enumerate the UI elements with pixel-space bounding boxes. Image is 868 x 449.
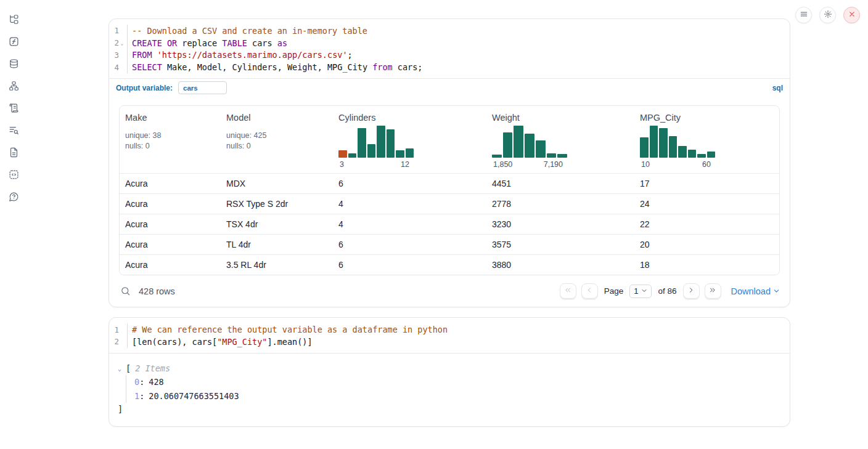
column-header-cylinders[interactable]: Cylinders312 — [333, 113, 486, 169]
line-number: 4 — [114, 63, 119, 72]
code-square-icon[interactable] — [9, 169, 19, 180]
table-cell: Acura — [120, 179, 221, 188]
table-cell: TL 4dr — [221, 240, 333, 249]
table-row: AcuraTL 4dr6357520 — [120, 234, 779, 254]
file-tree-icon[interactable] — [9, 14, 19, 25]
bracket-open: [ — [126, 363, 131, 373]
fold-toggle-icon[interactable]: ⌄ — [119, 40, 125, 46]
network-icon[interactable] — [9, 81, 19, 91]
table-cell: 3880 — [486, 260, 634, 270]
page-select-value: 1 — [634, 286, 638, 296]
histogram-bar — [640, 137, 649, 158]
histogram-bar — [688, 150, 697, 158]
table-cell: TSX 4dr — [221, 219, 333, 229]
output-variable-input[interactable] — [178, 81, 227, 94]
next-page-button[interactable] — [683, 283, 700, 299]
table-cell: 3.5 RL 4dr — [221, 260, 333, 270]
text-search-icon[interactable] — [9, 125, 19, 136]
first-page-button[interactable] — [560, 283, 576, 299]
sql-code-editor[interactable]: 1-- Download a CSV and create an in-memo… — [109, 19, 790, 78]
table-cell: 4451 — [486, 179, 634, 188]
last-page-button[interactable] — [705, 283, 721, 299]
menu-button[interactable] — [795, 7, 812, 23]
column-header-model[interactable]: Modelunique: 425nulls: 0 — [221, 113, 333, 169]
table-cell: 24 — [634, 199, 779, 209]
table-cell: Acura — [120, 199, 221, 209]
page-of-label: of 86 — [658, 286, 676, 296]
code-line: 1# We can reference the output variable … — [109, 323, 790, 336]
histogram-axis-labels: 312 — [338, 158, 414, 169]
histogram-bar — [669, 136, 678, 158]
column-header-make[interactable]: Makeunique: 38nulls: 0 — [120, 113, 221, 169]
table-body: AcuraMDX6445117AcuraRSX Type S 2dr427782… — [120, 173, 779, 275]
table-cell: Acura — [120, 240, 221, 249]
page-label: Page — [604, 286, 624, 296]
file-text-icon[interactable] — [9, 147, 19, 158]
scroll-text-icon[interactable] — [9, 103, 19, 113]
code-line: 2⌄CREATE OR replace TABLE cars as — [109, 37, 790, 49]
column-header-mpg_city[interactable]: MPG_City1060 — [634, 113, 779, 169]
gear-icon — [824, 10, 832, 21]
table-cell: 22 — [634, 219, 779, 229]
tree-value: 428 — [149, 377, 163, 387]
table-cell: RSX Type S 2dr — [221, 199, 333, 209]
table-cell: 17 — [634, 179, 779, 188]
histogram-bar — [406, 148, 414, 158]
database-icon[interactable] — [9, 59, 19, 69]
histogram-bar — [525, 134, 534, 158]
tree-entry: 0:428 — [134, 375, 780, 389]
line-number: 2 — [114, 38, 119, 47]
tree-value: 20.060747663551403 — [149, 391, 239, 401]
settings-button[interactable] — [819, 7, 836, 23]
page-select[interactable]: 1 — [629, 285, 652, 298]
histogram-bar — [348, 153, 357, 158]
table-cell: 6 — [333, 240, 486, 249]
column-title: Model — [226, 113, 333, 123]
pagination: Page 1 of 86 — [560, 283, 721, 299]
table-cell: 4 — [333, 199, 486, 209]
column-title: Make — [125, 113, 221, 123]
data-table: Makeunique: 38nulls: 0Modelunique: 425nu… — [119, 105, 780, 275]
table-cell: 6 — [333, 260, 486, 270]
prev-page-button[interactable] — [581, 283, 598, 299]
search-icon[interactable] — [120, 286, 131, 296]
column-histogram: 1,8507,190 — [492, 126, 567, 169]
table-cell: MDX — [221, 179, 333, 188]
table-row: AcuraRSX Type S 2dr4277824 — [120, 193, 779, 214]
histogram-axis-labels: 1,8507,190 — [492, 158, 567, 169]
table-footer: 428 rows Page 1 of 86 Download — [109, 275, 790, 307]
column-title: Weight — [492, 113, 634, 123]
output-variable-label: Output variable: — [116, 84, 173, 92]
code-line: 1-- Download a CSV and create an in-memo… — [109, 25, 790, 37]
histogram-bar — [678, 146, 687, 158]
python-cell: 1# We can reference the output variable … — [108, 317, 790, 427]
column-stats: unique: 38nulls: 0 — [125, 131, 221, 151]
line-number: 1 — [114, 325, 119, 334]
sidebar — [0, 0, 27, 449]
help-circle-icon[interactable] — [9, 192, 19, 202]
tree-entries: 0:4281:20.060747663551403 — [126, 375, 780, 403]
table-cell: Acura — [120, 219, 221, 229]
table-cell: 18 — [634, 260, 779, 270]
items-count: 2 Items — [135, 363, 170, 373]
table-cell: Acura — [120, 260, 221, 270]
histogram-bar — [387, 129, 395, 158]
code-line: 2[len(cars), cars["MPG_City"].mean()] — [109, 336, 790, 348]
histogram-bar — [396, 150, 404, 158]
histogram-axis-labels: 1060 — [640, 158, 715, 169]
shutdown-button[interactable] — [843, 7, 860, 23]
column-histogram: 1060 — [640, 126, 715, 169]
download-button[interactable]: Download — [731, 286, 780, 296]
python-code-editor[interactable]: 1# We can reference the output variable … — [109, 318, 790, 353]
histogram-bar — [659, 128, 668, 158]
function-square-icon[interactable] — [9, 36, 19, 47]
tree-collapse-toggle[interactable]: ⌄ — [118, 365, 126, 372]
column-header-weight[interactable]: Weight1,8507,190 — [486, 113, 634, 169]
histogram-bar — [557, 154, 567, 158]
table-row: AcuraMDX6445117 — [120, 173, 779, 193]
chevron-right-icon — [687, 286, 695, 297]
table-cell: 20 — [634, 240, 779, 249]
column-title: MPG_City — [640, 113, 779, 123]
table-row: Acura3.5 RL 4dr6388018 — [120, 254, 779, 275]
table-cell: 2778 — [486, 199, 634, 209]
